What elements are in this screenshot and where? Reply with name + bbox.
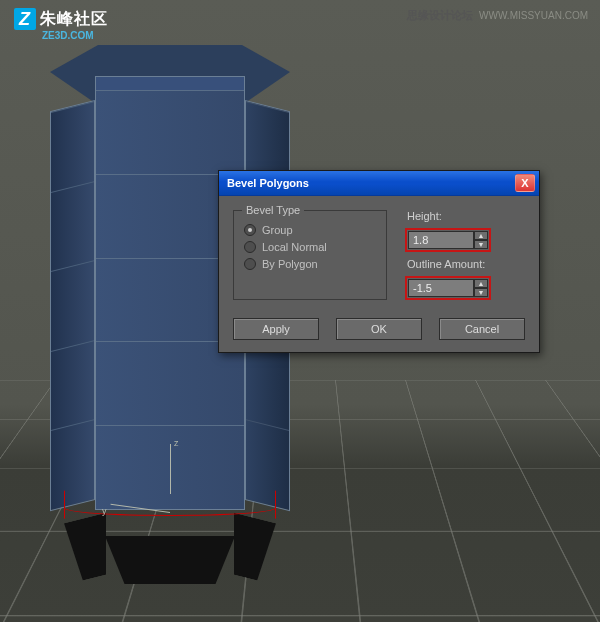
watermark-zhufeng: Z 朱峰社区 ZE3D.COM (14, 8, 108, 30)
outline-amount-spinner[interactable]: ▲ ▼ (405, 276, 491, 300)
logo-z-icon: Z (14, 8, 36, 30)
object-bevel-bottom (234, 513, 276, 585)
object-top-bevel (95, 76, 245, 90)
outline-amount-input[interactable] (408, 279, 474, 297)
bevel-type-legend: Bevel Type (242, 204, 304, 216)
selected-polygon-edge (64, 508, 276, 516)
spinner-up-icon[interactable]: ▲ (474, 279, 488, 288)
radio-icon[interactable] (244, 224, 256, 236)
height-input[interactable] (408, 231, 474, 249)
object-bevel-bottom (105, 536, 235, 584)
radio-group-option[interactable]: Group (244, 224, 374, 236)
apply-button[interactable]: Apply (233, 318, 319, 340)
object-left-face (50, 100, 95, 511)
viewport-3d[interactable]: z y Z 朱峰社区 ZE3D.COM 思缘设计论坛 WWW.MISSYUAN.… (0, 0, 600, 622)
watermark-url: WWW.MISSYUAN.COM (479, 10, 588, 21)
object-bevel-bottom (64, 513, 106, 585)
close-icon[interactable]: X (515, 174, 535, 192)
watermark-text: 朱峰社区 (40, 9, 108, 30)
watermark-strong: 思缘设计论坛 (407, 8, 473, 23)
bevel-type-group: Bevel Type Group Local Normal By Polygon (233, 210, 387, 300)
radio-label: Group (262, 224, 293, 236)
cancel-button[interactable]: Cancel (439, 318, 525, 340)
bevel-polygons-dialog[interactable]: Bevel Polygons X Bevel Type Group Local … (218, 170, 540, 353)
spinner-down-icon[interactable]: ▼ (474, 240, 488, 249)
radio-icon[interactable] (244, 258, 256, 270)
radio-label: Local Normal (262, 241, 327, 253)
dialog-titlebar[interactable]: Bevel Polygons X (219, 171, 539, 196)
watermark-subtext: ZE3D.COM (42, 30, 94, 41)
radio-by-polygon-option[interactable]: By Polygon (244, 258, 374, 270)
radio-icon[interactable] (244, 241, 256, 253)
spinner-up-icon[interactable]: ▲ (474, 231, 488, 240)
spinner-down-icon[interactable]: ▼ (474, 288, 488, 297)
dialog-title: Bevel Polygons (227, 177, 309, 189)
height-label: Height: (407, 210, 442, 222)
radio-label: By Polygon (262, 258, 318, 270)
outline-amount-label: Outline Amount: (407, 258, 485, 270)
watermark-missyuan: 思缘设计论坛 WWW.MISSYUAN.COM (407, 8, 588, 23)
radio-local-normal-option[interactable]: Local Normal (244, 241, 374, 253)
height-spinner[interactable]: ▲ ▼ (405, 228, 491, 252)
ok-button[interactable]: OK (336, 318, 422, 340)
